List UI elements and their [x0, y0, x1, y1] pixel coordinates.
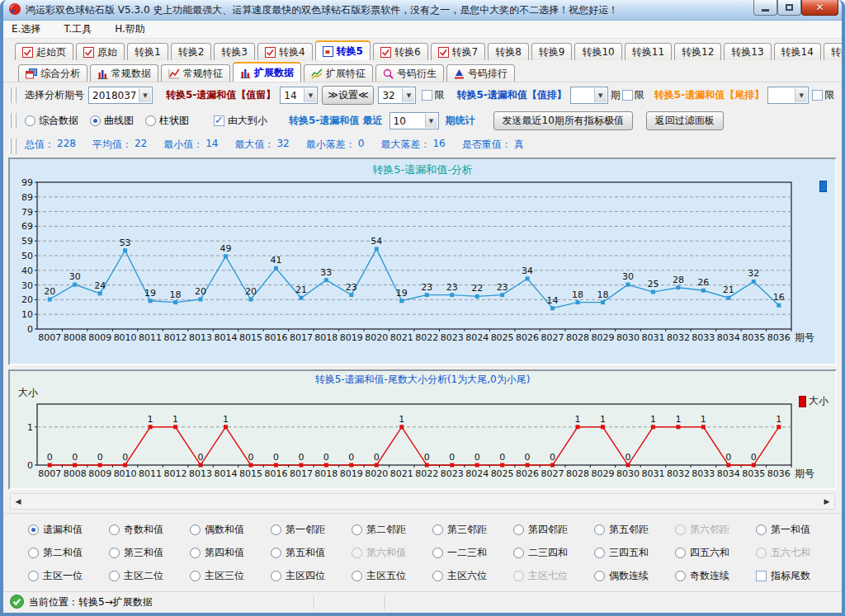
indicator-sum-234[interactable]: 二三四和 [513, 546, 594, 560]
minimize-button[interactable] [753, 0, 777, 16]
indicator-neighbor-2[interactable]: 第二邻距 [352, 523, 432, 537]
maximize-button[interactable] [777, 0, 801, 16]
indicator-sum-345[interactable]: 三四五和 [594, 546, 675, 560]
indicator-label: 第一和值 [771, 523, 810, 537]
indicator-label: 主区五位 [366, 569, 406, 583]
tab-composite-analysis[interactable]: 综合分析 [18, 64, 87, 82]
indicator-neighbor-1[interactable]: 第一邻距 [271, 523, 352, 537]
close-button[interactable]: ✕ [801, 0, 838, 16]
tail-rank-limit-checkbox[interactable] [812, 90, 823, 101]
indicator-indicator-tail[interactable]: 指标尾数 [756, 569, 837, 583]
indicator-zone-6[interactable]: 主区六位 [432, 569, 513, 583]
toolbar-grip[interactable] [14, 87, 17, 103]
period-select[interactable]: 2018037▼ [88, 87, 153, 104]
toolbar-grip[interactable] [9, 87, 12, 103]
value-keep-max-select[interactable]: 32▼ [378, 87, 416, 104]
tab-convert-7[interactable]: 转换7 [431, 43, 486, 60]
indicator-sum-1[interactable]: 第一和值 [756, 523, 837, 537]
indicator-zone-5[interactable]: 主区五位 [352, 569, 432, 583]
toolbar-grip[interactable] [14, 139, 17, 154]
indicator-even-consecutive[interactable]: 偶数连续 [594, 569, 675, 583]
scroll-left-icon[interactable]: ◀ [11, 494, 26, 509]
tab-convert-5[interactable]: 转换5 [315, 40, 371, 60]
view-mode-radio-2[interactable]: 柱状图 [145, 114, 189, 128]
indicator-sum-3[interactable]: 第三和值 [109, 546, 190, 560]
indicator-sum-5[interactable]: 第五和值 [271, 546, 352, 560]
descending-order-checkbox[interactable] [214, 115, 224, 126]
value-keep-limit-checkbox[interactable] [422, 90, 432, 101]
tab-original[interactable]: 原始 [76, 43, 125, 60]
tab-number-rank[interactable]: 号码排行 [446, 64, 515, 82]
indicator-label: 第二和值 [43, 546, 83, 560]
set-range-button[interactable]: ≫设置≪ [322, 86, 374, 105]
close-icon: ✕ [815, 2, 824, 13]
indicator-odd-consecutive[interactable]: 奇数连续 [675, 569, 756, 583]
value-rank-limit-checkbox[interactable] [622, 90, 633, 101]
svg-text:8028: 8028 [566, 332, 589, 343]
toolbar-grip[interactable] [9, 139, 12, 154]
indicator-sum-123[interactable]: 一二三和 [432, 546, 513, 560]
indicator-sum-2[interactable]: 第二和值 [28, 546, 109, 560]
svg-text:8012: 8012 [164, 468, 187, 479]
indicator-neighbor-5[interactable]: 第五邻距 [594, 523, 675, 537]
value-keep-min-select[interactable]: 14▼ [280, 87, 318, 104]
tab-regular-features[interactable]: 常规特征 [161, 64, 230, 82]
indicator-zone-3[interactable]: 主区三位 [190, 569, 271, 583]
tab-convert-14[interactable]: 转换14 [774, 43, 821, 60]
tab-convert-13[interactable]: 转换13 [724, 43, 771, 60]
tab-label: 号码排行 [468, 67, 507, 81]
tab-regular-data[interactable]: 常规数据 [90, 64, 158, 82]
tab-convert-2[interactable]: 转换2 [171, 43, 212, 60]
svg-text:8024: 8024 [465, 468, 489, 479]
indicator-sum-456[interactable]: 四五六和 [675, 546, 756, 560]
svg-text:32: 32 [748, 268, 759, 279]
tab-convert-9[interactable]: 转换9 [531, 43, 573, 60]
svg-text:59: 59 [21, 236, 33, 247]
indicator-odd-sum[interactable]: 奇数和值 [109, 523, 190, 537]
tab-label: 转换15 [831, 45, 845, 59]
return-filter-button[interactable]: 返回过滤面板 [646, 111, 724, 130]
menu-item-1[interactable]: T.工具 [64, 22, 92, 36]
value-rank-select[interactable]: ▼ [570, 87, 608, 104]
toolbar-grip[interactable] [14, 113, 17, 129]
toolbar-grip[interactable] [9, 113, 12, 129]
tab-number-derive[interactable]: 号码衍生 [375, 64, 444, 82]
indicator-label: 第四和值 [205, 546, 244, 560]
tab-convert-1[interactable]: 转换1 [127, 43, 168, 60]
tab-convert-12[interactable]: 转换12 [674, 43, 721, 60]
menu-item-0[interactable]: E.选择 [12, 22, 40, 36]
svg-text:49: 49 [220, 243, 232, 254]
indicator-zone-2[interactable]: 主区二位 [109, 569, 190, 583]
tab-convert-6[interactable]: 转换6 [373, 43, 428, 60]
indicator-even-sum[interactable]: 偶数和值 [190, 523, 271, 537]
view-mode-radio-1[interactable]: 曲线图 [90, 114, 134, 128]
tab-convert-3[interactable]: 转换3 [214, 43, 255, 60]
indicator-zone-1[interactable]: 主区一位 [28, 569, 109, 583]
tab-convert-8[interactable]: 转换8 [488, 43, 529, 60]
tab-convert-11[interactable]: 转换11 [625, 43, 672, 60]
tab-extended-features[interactable]: 扩展特征 [304, 64, 373, 82]
indicator-omission-sum[interactable]: 遗漏和值 [28, 523, 109, 537]
menu-item-2[interactable]: H.帮助 [115, 22, 145, 36]
indicator-neighbor-4[interactable]: 第四邻距 [513, 523, 594, 537]
tab-extended-data[interactable]: 扩展数据 [233, 62, 301, 82]
title-bar: 鸿运彩双色球钻石版 V5.3.0 史上功能最强大、运算速度最快的双色球钻石版彩票… [3, 0, 842, 21]
zigzag-red-icon [168, 68, 180, 79]
indicator-label: 偶数连续 [609, 569, 649, 583]
scroll-right-icon[interactable]: ▶ [819, 494, 834, 509]
svg-text:20: 20 [245, 286, 257, 297]
tab-convert-15[interactable]: 转换15 [824, 43, 845, 60]
tail-rank-select[interactable]: ▼ [767, 87, 809, 104]
indicator-sum-4[interactable]: 第四和值 [190, 546, 271, 560]
view-mode-radio-0[interactable]: 综合数据 [25, 114, 78, 128]
svg-text:8019: 8019 [340, 468, 363, 479]
tab-convert-10[interactable]: 转换10 [574, 43, 621, 60]
horizontal-scrollbar[interactable]: ◀ ▶ [10, 493, 835, 510]
send-extremes-button[interactable]: 发送最近10期所有指标极值 [493, 111, 633, 130]
recent-count-select[interactable]: 10▼ [389, 112, 439, 129]
tab-start-page[interactable]: 起始页 [15, 43, 73, 60]
tab-convert-4[interactable]: 转换4 [257, 43, 313, 60]
indicator-zone-4[interactable]: 主区四位 [271, 569, 352, 583]
radio-icon [675, 524, 686, 535]
indicator-neighbor-3[interactable]: 第三邻距 [432, 523, 513, 537]
